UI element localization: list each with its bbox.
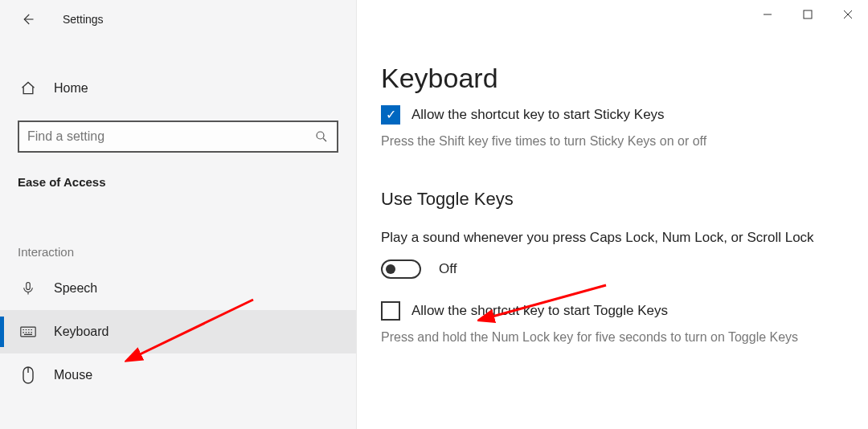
svg-rect-6 bbox=[804, 10, 812, 18]
sidebar-item-keyboard[interactable]: Keyboard bbox=[0, 310, 356, 353]
search-input[interactable] bbox=[27, 129, 314, 144]
sidebar-item-mouse[interactable]: Mouse bbox=[0, 353, 356, 397]
back-arrow-icon bbox=[20, 12, 35, 27]
close-icon bbox=[843, 10, 853, 19]
sidebar: Settings Home Ease of Access Interaction… bbox=[0, 0, 357, 429]
sidebar-item-label: Speech bbox=[54, 281, 97, 296]
microphone-icon bbox=[20, 280, 36, 296]
mouse-icon bbox=[20, 367, 36, 383]
nav-home[interactable]: Home bbox=[0, 71, 356, 106]
toggle-shortcut-label: Allow the shortcut key to start Toggle K… bbox=[411, 303, 668, 319]
sidebar-item-label: Keyboard bbox=[54, 325, 109, 339]
page-heading: Keyboard bbox=[381, 63, 844, 94]
toggle-state-label: Off bbox=[439, 261, 457, 277]
minimize-icon bbox=[763, 10, 772, 19]
checkmark-icon: ✓ bbox=[386, 108, 396, 121]
toggle-keys-switch[interactable] bbox=[381, 259, 421, 279]
group-title: Interaction bbox=[18, 245, 356, 259]
home-label: Home bbox=[54, 81, 88, 96]
svg-point-0 bbox=[317, 132, 324, 139]
back-button[interactable] bbox=[16, 8, 39, 31]
main-content: Keyboard ✓ Allow the shortcut key to sta… bbox=[357, 0, 868, 429]
close-button[interactable] bbox=[828, 0, 868, 29]
maximize-icon bbox=[803, 10, 813, 19]
window-title: Settings bbox=[63, 13, 104, 26]
maximize-button[interactable] bbox=[788, 0, 828, 29]
search-box[interactable] bbox=[18, 121, 338, 153]
section-title: Ease of Access bbox=[18, 175, 356, 189]
toggle-shortcut-checkbox-row: Allow the shortcut key to start Toggle K… bbox=[381, 301, 844, 321]
sticky-keys-checkbox-row: ✓ Allow the shortcut key to start Sticky… bbox=[381, 105, 844, 125]
toggle-keys-heading: Use Toggle Keys bbox=[381, 189, 844, 210]
home-icon bbox=[20, 80, 36, 96]
keyboard-icon bbox=[20, 324, 36, 340]
window-controls bbox=[747, 0, 868, 29]
svg-rect-1 bbox=[27, 283, 31, 290]
titlebar-left: Settings bbox=[0, 0, 356, 39]
toggle-keys-description: Play a sound whenever you press Caps Loc… bbox=[381, 227, 844, 248]
sidebar-item-speech[interactable]: Speech bbox=[0, 267, 356, 310]
minimize-button[interactable] bbox=[747, 0, 788, 29]
sticky-keys-checkbox[interactable]: ✓ bbox=[381, 105, 400, 125]
toggle-shortcut-checkbox[interactable] bbox=[381, 301, 400, 321]
sidebar-item-label: Mouse bbox=[54, 368, 92, 382]
sticky-keys-label: Allow the shortcut key to start Sticky K… bbox=[411, 107, 665, 123]
sticky-keys-help: Press the Shift key five times to turn S… bbox=[381, 133, 844, 150]
toggle-keys-toggle-row: Off bbox=[381, 259, 844, 279]
toggle-shortcut-help: Press and hold the Num Lock key for five… bbox=[381, 329, 844, 346]
svg-rect-2 bbox=[21, 327, 35, 337]
search-icon bbox=[314, 129, 329, 144]
toggle-knob bbox=[386, 264, 395, 274]
